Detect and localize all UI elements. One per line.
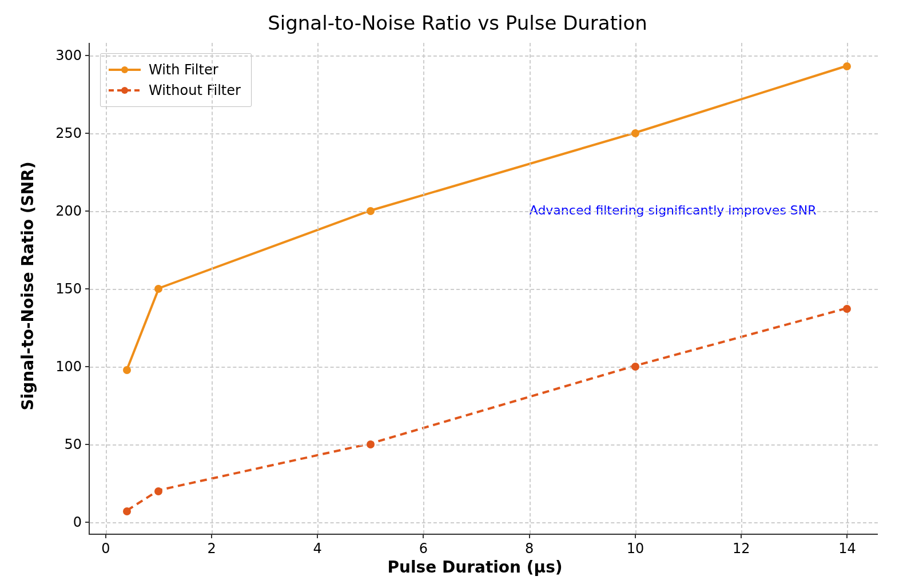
grid-line-vertical bbox=[317, 43, 319, 534]
line-series-with-filter bbox=[127, 66, 846, 369]
grid-line-horizontal bbox=[90, 55, 878, 57]
data-point-marker bbox=[123, 507, 131, 515]
data-point-marker bbox=[367, 207, 375, 215]
plot-area: With Filter Without Filter Advanced filt… bbox=[89, 43, 878, 535]
grid-line-horizontal bbox=[90, 522, 878, 523]
legend-entry-with-filter: With Filter bbox=[109, 59, 241, 80]
grid-line-horizontal bbox=[90, 133, 878, 134]
grid-line-vertical bbox=[741, 43, 742, 534]
data-point-marker bbox=[154, 487, 162, 495]
y-tick-label: 250 bbox=[55, 125, 90, 141]
x-tick-label: 2 bbox=[207, 534, 216, 557]
chart-container: Signal-to-Noise Ratio vs Pulse Duration … bbox=[11, 11, 904, 577]
data-point-marker bbox=[123, 366, 131, 374]
data-point-marker bbox=[631, 129, 639, 137]
y-axis-label: Signal-to-Noise Ratio (SNR) bbox=[18, 162, 37, 411]
legend: With Filter Without Filter bbox=[100, 53, 252, 107]
chart-annotation: Advanced filtering significantly improve… bbox=[530, 203, 817, 217]
y-tick-label: 100 bbox=[55, 359, 90, 375]
y-tick-label: 300 bbox=[55, 47, 90, 63]
x-tick-label: 10 bbox=[627, 534, 645, 557]
x-tick-label: 14 bbox=[838, 534, 856, 557]
x-axis-label: Pulse Duration (μs) bbox=[388, 558, 563, 577]
grid-line-vertical bbox=[423, 43, 424, 534]
legend-label: Without Filter bbox=[149, 82, 241, 98]
data-point-marker bbox=[631, 363, 639, 371]
grid-line-horizontal bbox=[90, 211, 878, 212]
x-tick-label: 4 bbox=[313, 534, 322, 557]
line-layer bbox=[90, 43, 878, 534]
x-tick-label: 0 bbox=[101, 534, 110, 557]
line-series-without-filter bbox=[127, 308, 846, 510]
data-point-marker bbox=[843, 62, 851, 70]
grid-line-vertical bbox=[847, 43, 848, 534]
grid-line-vertical bbox=[530, 43, 531, 534]
data-point-marker bbox=[367, 440, 375, 448]
legend-marker-icon bbox=[121, 87, 128, 94]
legend-swatch-solid bbox=[109, 65, 141, 75]
grid-line-vertical bbox=[635, 43, 636, 534]
x-tick-label: 12 bbox=[733, 534, 750, 557]
y-tick-label: 0 bbox=[55, 514, 90, 530]
grid-line-vertical bbox=[106, 43, 107, 534]
data-point-marker bbox=[154, 285, 162, 293]
grid-line-horizontal bbox=[90, 444, 878, 446]
legend-label: With Filter bbox=[149, 62, 218, 78]
x-tick-label: 6 bbox=[419, 534, 428, 557]
legend-entry-without-filter: Without Filter bbox=[109, 80, 241, 101]
grid-line-vertical bbox=[212, 43, 213, 534]
y-tick-label: 50 bbox=[55, 436, 90, 452]
grid-line-horizontal bbox=[90, 367, 878, 368]
y-tick-label: 200 bbox=[55, 203, 90, 219]
data-point-marker bbox=[843, 305, 851, 313]
legend-marker-icon bbox=[121, 66, 128, 73]
legend-swatch-dashed bbox=[109, 85, 141, 96]
grid-line-horizontal bbox=[90, 289, 878, 290]
y-tick-label: 150 bbox=[55, 281, 90, 297]
chart-title: Signal-to-Noise Ratio vs Pulse Duration bbox=[11, 11, 904, 34]
x-tick-label: 8 bbox=[525, 534, 534, 557]
